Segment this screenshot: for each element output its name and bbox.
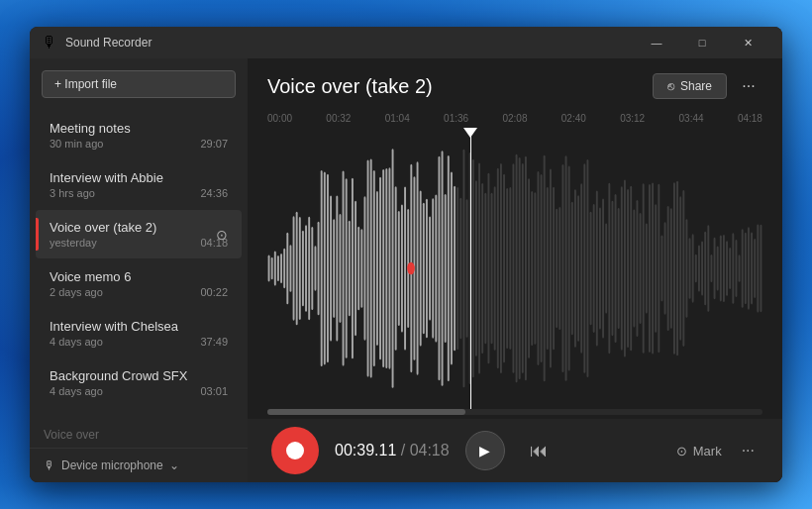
playhead-marker <box>463 128 477 138</box>
waveform-canvas[interactable] <box>248 128 782 409</box>
timeline-label: 02:08 <box>502 113 527 124</box>
bottom-bar: 00:39.11 / 04:18 ▶ ⏮ ⊙ Mark ··· <box>248 419 782 482</box>
svg-rect-115 <box>624 179 626 356</box>
timeline-label: 01:36 <box>444 113 468 124</box>
device-selector[interactable]: 🎙 Device microphone ⌄ <box>30 448 248 482</box>
svg-rect-152 <box>739 254 741 282</box>
svg-rect-149 <box>729 248 731 289</box>
svg-rect-141 <box>704 232 706 306</box>
share-button[interactable]: ⎋ Share <box>653 73 727 99</box>
svg-rect-24 <box>343 170 345 365</box>
svg-rect-53 <box>432 198 434 338</box>
chevron-down-icon: ⌄ <box>169 458 179 472</box>
svg-rect-75 <box>500 163 502 373</box>
svg-rect-110 <box>608 183 610 354</box>
svg-rect-159 <box>760 225 761 312</box>
maximize-button[interactable]: □ <box>679 27 725 58</box>
svg-rect-105 <box>593 204 595 333</box>
svg-rect-136 <box>689 238 691 299</box>
svg-rect-96 <box>565 155 567 381</box>
skip-icon: ⏮ <box>530 441 548 461</box>
app-title: Sound Recorder <box>65 36 634 50</box>
svg-rect-15 <box>314 246 316 290</box>
svg-rect-126 <box>658 184 660 353</box>
recording-duration: 00:22 <box>200 286 228 298</box>
svg-rect-35 <box>376 191 378 346</box>
main-content: + Import file Meeting notes 30 min ago 2… <box>30 58 782 482</box>
title-bar: 🎙 Sound Recorder — □ ✕ <box>30 27 782 58</box>
import-button[interactable]: + Import file <box>42 70 236 98</box>
scrollbar[interactable] <box>267 409 762 415</box>
svg-rect-51 <box>426 199 428 338</box>
svg-rect-93 <box>556 209 558 328</box>
svg-rect-120 <box>640 213 642 324</box>
record-button[interactable] <box>271 427 319 474</box>
svg-rect-134 <box>682 190 684 347</box>
svg-rect-155 <box>748 227 750 309</box>
svg-rect-78 <box>509 187 511 350</box>
more-controls-button[interactable]: ··· <box>738 438 759 463</box>
svg-rect-95 <box>561 164 563 372</box>
svg-rect-82 <box>522 163 524 373</box>
more-options-button[interactable]: ··· <box>735 72 762 100</box>
time-display: 00:39.11 / 04:18 <box>335 442 450 459</box>
svg-rect-108 <box>602 198 604 338</box>
svg-rect-153 <box>742 229 744 308</box>
svg-rect-144 <box>714 238 716 299</box>
svg-rect-67 <box>475 180 477 356</box>
recording-meta: yesterday 04:18 <box>50 237 228 249</box>
list-item[interactable]: Meeting notes 30 min ago 29:07 <box>36 111 242 159</box>
svg-rect-135 <box>685 219 687 317</box>
svg-rect-2 <box>274 251 276 285</box>
svg-rect-59 <box>451 172 453 365</box>
timeline-label: 03:44 <box>679 113 704 124</box>
active-item-options[interactable]: ⊙ <box>216 227 228 243</box>
list-item[interactable]: Voice over (take 2) yesterday 04:18 ⊙ <box>36 210 242 258</box>
list-item[interactable]: Interview with Abbie 3 hrs ago 24:36 <box>36 160 242 209</box>
waveform-svg <box>267 128 762 409</box>
svg-rect-28 <box>355 201 356 336</box>
skip-to-start-button[interactable]: ⏮ <box>521 433 557 468</box>
list-item[interactable]: Voice memo 6 2 days ago 00:22 <box>36 259 242 308</box>
svg-rect-23 <box>339 214 341 323</box>
svg-rect-86 <box>534 192 536 344</box>
svg-rect-104 <box>590 212 592 326</box>
current-time: 00:39.11 <box>335 442 396 458</box>
svg-rect-81 <box>519 157 521 379</box>
minimize-button[interactable]: — <box>634 27 679 58</box>
share-icon: ⎋ <box>667 79 674 93</box>
recording-name: Voice memo 6 <box>50 269 228 284</box>
total-time: 04:18 <box>410 442 450 458</box>
svg-rect-66 <box>472 159 474 377</box>
svg-rect-64 <box>466 199 468 338</box>
scrollbar-thumb[interactable] <box>267 409 465 415</box>
svg-rect-6 <box>286 233 288 305</box>
recordings-list: Meeting notes 30 min ago 29:07 Interview… <box>30 110 248 418</box>
mark-button[interactable]: ⊙ Mark <box>676 444 722 458</box>
recording-meta: 4 days ago 37:49 <box>50 336 228 348</box>
close-button[interactable]: ✕ <box>725 27 770 58</box>
play-button[interactable]: ▶ <box>465 431 505 470</box>
svg-rect-90 <box>547 187 549 350</box>
svg-rect-113 <box>618 208 620 329</box>
recording-time-ago: 2 days ago <box>50 286 103 298</box>
list-item[interactable]: Interview with Chelsea 4 days ago 37:49 <box>36 309 242 357</box>
timeline-label: 03:12 <box>620 113 645 124</box>
svg-rect-121 <box>643 183 645 354</box>
svg-rect-80 <box>516 154 518 383</box>
recording-time-ago: 4 days ago <box>50 385 103 397</box>
list-item[interactable]: Background Crowd SFX 4 days ago 03:01 <box>36 358 242 407</box>
recording-name: Interview with Abbie <box>50 170 228 185</box>
svg-rect-70 <box>484 193 486 345</box>
svg-rect-87 <box>537 171 539 365</box>
svg-rect-150 <box>732 233 734 304</box>
svg-rect-42 <box>398 211 400 326</box>
svg-rect-12 <box>305 225 307 312</box>
svg-rect-30 <box>360 229 362 308</box>
svg-rect-50 <box>423 203 425 335</box>
svg-rect-52 <box>429 217 431 321</box>
svg-rect-123 <box>649 184 651 353</box>
svg-rect-8 <box>293 216 295 320</box>
svg-rect-131 <box>673 182 675 354</box>
svg-rect-37 <box>382 169 384 367</box>
